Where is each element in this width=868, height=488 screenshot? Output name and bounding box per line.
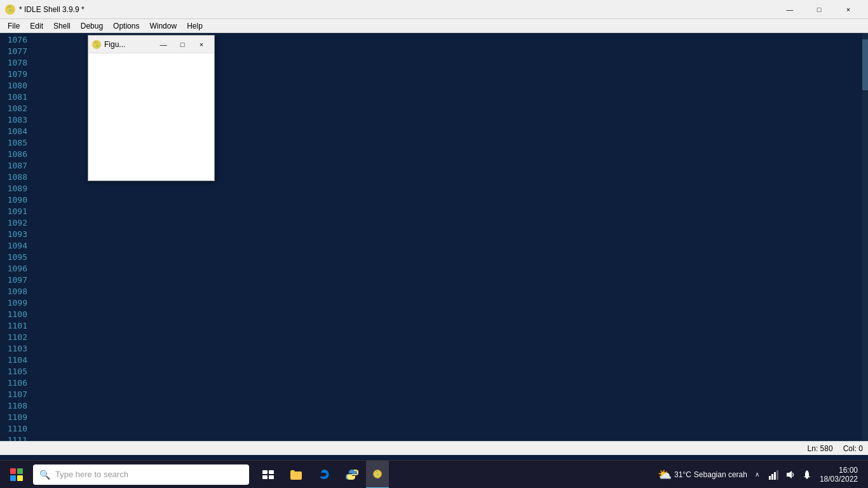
line-number: 1077 [3, 46, 32, 57]
line-number: 1107 [3, 389, 32, 400]
clock-widget[interactable]: 16:00 18/03/2022 [817, 466, 860, 484]
svg-rect-8 [774, 472, 776, 480]
line-numbers: 1076107710781079108010811082108310841085… [0, 33, 35, 441]
line-number: 1090 [3, 194, 32, 206]
scrollbar[interactable] [862, 33, 868, 441]
menu-window[interactable]: Window [144, 20, 182, 32]
figure-close-button[interactable]: × [193, 37, 210, 51]
figure-maximize-button[interactable]: □ [173, 37, 191, 51]
network-signal-icon [769, 470, 779, 480]
weather-desc: Sebagian cerah [694, 470, 747, 479]
menu-options[interactable]: Options [108, 20, 144, 32]
task-view-button[interactable] [254, 461, 282, 489]
menu-help[interactable]: Help [182, 20, 208, 32]
line-number: 1103 [3, 343, 32, 355]
line-number: 1080 [3, 80, 32, 92]
figure-window-controls: — □ × [154, 37, 210, 51]
line-number: 1111 [3, 435, 32, 441]
svg-rect-6 [769, 476, 771, 480]
line-number: 1098 [3, 286, 32, 297]
figure-titlebar: 🐍 Figu... — □ × [88, 36, 214, 53]
line-number: 1082 [3, 103, 32, 114]
line-number: 1096 [3, 263, 32, 274]
line-number: 1095 [3, 252, 32, 263]
status-bar: Ln: 580 Col: 0 [0, 441, 868, 455]
svg-point-11 [806, 477, 808, 478]
line-number: 1086 [3, 149, 32, 160]
line-number: 1076 [3, 34, 32, 46]
search-icon: 🔍 [39, 470, 50, 480]
search-placeholder: Type here to search [55, 470, 128, 479]
clock-time: 16:00 [820, 466, 858, 475]
menu-shell[interactable]: Shell [48, 20, 76, 32]
svg-text:🐍: 🐍 [374, 470, 381, 477]
task-view-icon [262, 470, 274, 479]
svg-rect-7 [771, 474, 773, 480]
figure-window: 🐍 Figu... — □ × [88, 35, 215, 181]
python-icon [346, 468, 358, 481]
svg-rect-2 [262, 475, 268, 479]
idle-taskbar-active-button[interactable]: 🐍 [366, 461, 389, 489]
line-number: 1089 [3, 183, 32, 194]
edge-browser-button[interactable] [310, 461, 338, 489]
edge-icon [318, 468, 330, 481]
status-ln: Ln: 580 [808, 444, 833, 453]
notification-button[interactable] [801, 468, 813, 481]
figure-minimize-button[interactable]: — [154, 37, 172, 51]
status-col: Col: 0 [843, 444, 863, 453]
window-controls: — □ × [775, 0, 863, 19]
scrollbar-thumb[interactable] [862, 39, 868, 90]
volume-icon[interactable] [784, 468, 797, 481]
line-number: 1101 [3, 320, 32, 332]
minimize-button[interactable]: — [775, 0, 804, 19]
search-bar[interactable]: 🔍 Type here to search [33, 464, 249, 485]
file-explorer-button[interactable] [282, 461, 310, 489]
system-tray: ⛅ 31°C Sebagian cerah ∧ [658, 466, 865, 484]
line-number: 1104 [3, 355, 32, 366]
close-button[interactable]: × [834, 0, 863, 19]
svg-rect-0 [262, 470, 268, 474]
line-number: 1102 [3, 332, 32, 343]
editor-area: 1076107710781079108010811082108310841085… [0, 33, 868, 441]
line-number: 1097 [3, 274, 32, 286]
menu-bar: File Edit Shell Debug Options Window Hel… [0, 19, 868, 33]
line-number: 1092 [3, 217, 32, 229]
line-number: 1087 [3, 160, 32, 172]
figure-content [88, 53, 214, 180]
tray-chevron-button[interactable]: ∧ [751, 468, 764, 481]
start-button[interactable] [3, 461, 31, 489]
line-number: 1106 [3, 377, 32, 389]
maximize-button[interactable]: □ [804, 0, 834, 19]
line-number: 1083 [3, 114, 32, 126]
menu-file[interactable]: File [3, 20, 25, 32]
menu-debug[interactable]: Debug [76, 20, 108, 32]
line-number: 1110 [3, 423, 32, 435]
figure-app-icon: 🐍 [92, 40, 101, 49]
line-number: 1081 [3, 92, 32, 103]
weather-temp: 31°C [674, 470, 691, 479]
network-icon[interactable] [768, 468, 780, 481]
line-number: 1105 [3, 366, 32, 377]
svg-rect-9 [776, 470, 778, 480]
line-number: 1078 [3, 57, 32, 69]
line-number: 1100 [3, 309, 32, 320]
python-taskbar-button[interactable] [338, 461, 366, 489]
line-number: 1091 [3, 206, 32, 217]
svg-rect-1 [269, 470, 274, 474]
weather-widget[interactable]: ⛅ 31°C Sebagian cerah [658, 468, 747, 482]
line-number: 1084 [3, 126, 32, 137]
line-number: 1099 [3, 297, 32, 309]
taskbar: 🔍 Type here to search 🐍 [0, 460, 868, 488]
line-number: 1109 [3, 412, 32, 423]
title-bar: 🐍 * IDLE Shell 3.9.9 * — □ × [0, 0, 868, 19]
line-number: 1085 [3, 137, 32, 149]
speaker-icon [785, 470, 796, 480]
figure-title: Figu... [104, 40, 154, 49]
app-icon: 🐍 [5, 4, 15, 15]
weather-icon: ⛅ [658, 468, 672, 482]
chevron-up-icon: ∧ [755, 471, 759, 478]
menu-edit[interactable]: Edit [25, 20, 48, 32]
clock-date: 18/03/2022 [820, 475, 858, 484]
line-number: 1093 [3, 229, 32, 240]
windows-logo-icon [10, 468, 23, 481]
